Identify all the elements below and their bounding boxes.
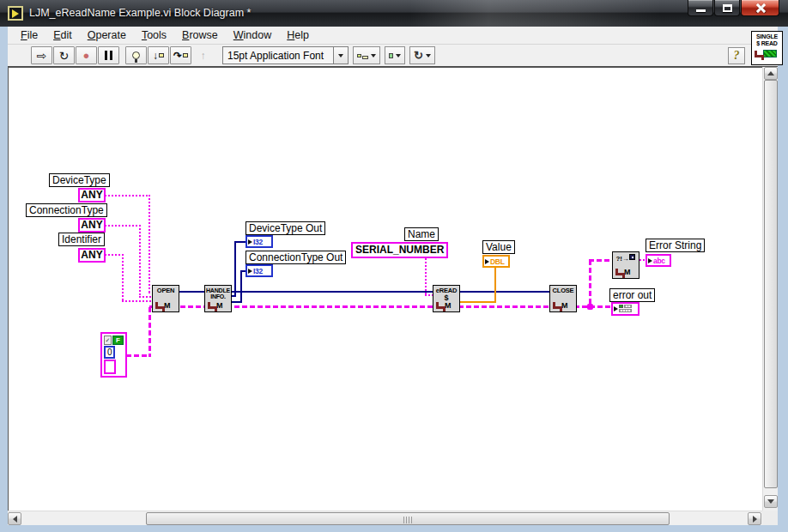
wire-identifier[interactable] bbox=[122, 254, 124, 302]
scroll-left-button[interactable] bbox=[8, 512, 21, 525]
menu-tools[interactable]: Tools bbox=[134, 27, 174, 44]
node-ljm-error-to-string[interactable]: ?!→ M bbox=[612, 251, 639, 279]
indicator-type: DBL bbox=[490, 257, 505, 266]
wire-error-in[interactable] bbox=[149, 307, 151, 357]
indicator-error-string[interactable]: abc bbox=[646, 254, 671, 267]
node-ljm-close[interactable]: CLOSE M bbox=[549, 285, 577, 312]
wire-devicetype-out[interactable] bbox=[234, 241, 236, 297]
scroll-up-button[interactable] bbox=[764, 67, 778, 80]
context-help-button[interactable]: ? bbox=[728, 47, 745, 64]
toolbar: ⇨ ↻ ● ↓ ↷ ↑ 15pt Application Font ↻ bbox=[8, 45, 778, 67]
indicator-type: I32 bbox=[253, 267, 263, 275]
minimize-button[interactable] bbox=[688, 0, 713, 16]
control-name[interactable]: SERIAL_NUMBER bbox=[351, 242, 448, 258]
arrow-left-icon bbox=[13, 516, 17, 523]
chevron-down-icon bbox=[396, 54, 401, 57]
menu-help[interactable]: Help bbox=[279, 27, 317, 44]
label-connectiontype[interactable]: ConnectionType bbox=[26, 203, 107, 217]
lj-logo-icon bbox=[436, 302, 443, 309]
control-devicetype[interactable]: ANY bbox=[78, 188, 106, 203]
indicator-error-out[interactable] bbox=[611, 302, 639, 316]
font-selector[interactable]: 15pt Application Font bbox=[222, 46, 334, 64]
indicator-arrow-icon bbox=[614, 306, 618, 311]
wire-devicetype-out[interactable] bbox=[234, 241, 246, 243]
vi-connector-icon[interactable]: SINGLE $ READ bbox=[751, 31, 783, 65]
step-out-button[interactable]: ↑ bbox=[192, 46, 214, 64]
wire-devicetype[interactable] bbox=[149, 195, 150, 293]
vertical-scroll-thumb[interactable] bbox=[764, 80, 778, 488]
wire-connectiontype-out[interactable] bbox=[240, 270, 242, 303]
pause-button[interactable] bbox=[98, 46, 119, 64]
label-identifier[interactable]: Identifier bbox=[58, 233, 105, 246]
source-string-constant[interactable] bbox=[104, 360, 116, 374]
wire-identifier[interactable] bbox=[105, 254, 124, 256]
menu-browse[interactable]: Browse bbox=[174, 27, 226, 44]
wire-error-branch[interactable] bbox=[589, 259, 613, 262]
wire-connectiontype[interactable] bbox=[105, 225, 141, 227]
indicator-value[interactable]: DBL bbox=[482, 255, 510, 268]
step-into-target bbox=[159, 53, 164, 57]
wire-name[interactable] bbox=[425, 258, 427, 295]
wire-value[interactable] bbox=[460, 301, 496, 303]
wire-devicetype[interactable] bbox=[105, 195, 150, 196]
horizontal-scroll-thumb[interactable] bbox=[146, 512, 670, 525]
control-connectiontype[interactable]: ANY bbox=[78, 218, 106, 233]
reorder-dropdown[interactable]: ↻ bbox=[409, 46, 435, 64]
status-check-icon: ✓ bbox=[104, 336, 112, 345]
wire-connectiontype[interactable] bbox=[139, 296, 153, 298]
node-ljm-handle-info[interactable]: HANDLE INFO. M bbox=[204, 285, 232, 312]
step-into-button[interactable]: ↓ bbox=[148, 46, 169, 64]
run-continuous-button[interactable]: ↻ bbox=[53, 46, 75, 64]
lib-letter: M bbox=[624, 269, 631, 275]
node-ljm-eread[interactable]: eREAD $ M bbox=[433, 285, 460, 312]
step-over-target bbox=[183, 53, 188, 57]
menu-edit[interactable]: Edit bbox=[45, 27, 80, 44]
wire-connectiontype[interactable] bbox=[139, 225, 141, 298]
close-button[interactable] bbox=[741, 0, 779, 16]
label-devicetype-out[interactable]: DeviceType Out bbox=[245, 221, 325, 235]
maximize-button[interactable] bbox=[714, 0, 740, 16]
scroll-down-button[interactable] bbox=[764, 495, 778, 508]
label-error-string[interactable]: Error String bbox=[646, 239, 705, 252]
menu-operate[interactable]: Operate bbox=[80, 27, 134, 44]
align-objects-dropdown[interactable] bbox=[353, 46, 380, 64]
menu-window[interactable]: Window bbox=[226, 27, 279, 44]
checkbox-icon bbox=[629, 254, 635, 260]
wire-handle[interactable] bbox=[232, 291, 433, 293]
menu-file[interactable]: File bbox=[13, 27, 45, 44]
run-button[interactable]: ⇨ bbox=[31, 46, 52, 64]
label-value[interactable]: Value bbox=[482, 240, 515, 254]
label-devicetype[interactable]: DeviceType bbox=[49, 173, 110, 187]
wire-junction[interactable] bbox=[587, 304, 593, 310]
control-identifier[interactable]: ANY bbox=[78, 248, 106, 263]
vi-app-icon[interactable] bbox=[8, 6, 23, 21]
distribute-objects-dropdown[interactable] bbox=[385, 46, 405, 64]
wire-value[interactable] bbox=[494, 266, 496, 303]
label-connectiontype-out[interactable]: ConnectionType Out bbox=[245, 251, 346, 264]
label-error-out[interactable]: error out bbox=[609, 288, 655, 302]
horizontal-scrollbar[interactable] bbox=[8, 511, 762, 525]
code-numeric-constant[interactable]: 0 bbox=[104, 346, 115, 359]
lj-logo-icon bbox=[208, 302, 215, 309]
align-icon bbox=[357, 54, 361, 57]
status-boolean-constant[interactable]: F bbox=[112, 336, 124, 345]
node-ljm-open[interactable]: OPEN M bbox=[152, 285, 179, 312]
step-over-button[interactable]: ↷ bbox=[170, 46, 191, 64]
wire-identifier[interactable] bbox=[122, 300, 153, 302]
highlight-execution-button[interactable] bbox=[125, 46, 147, 64]
font-selector-dropdown[interactable] bbox=[334, 46, 349, 64]
indicator-devicetype-out[interactable]: I32 bbox=[245, 235, 273, 248]
vertical-scrollbar[interactable] bbox=[762, 67, 778, 511]
scroll-right-button[interactable] bbox=[748, 512, 761, 525]
indicator-arrow-icon bbox=[485, 259, 489, 264]
wire-handle[interactable] bbox=[179, 291, 205, 293]
align-icon2 bbox=[362, 56, 368, 59]
wire-error-in[interactable] bbox=[126, 354, 151, 357]
abort-button[interactable]: ● bbox=[76, 46, 97, 64]
indicator-connectiontype-out[interactable]: I32 bbox=[245, 264, 273, 277]
wire-error-branch[interactable] bbox=[589, 260, 591, 307]
label-name[interactable]: Name bbox=[404, 227, 439, 241]
wire-handle[interactable] bbox=[460, 291, 550, 293]
menu-bar: File Edit Operate Tools Browse Window He… bbox=[8, 27, 778, 45]
error-cluster-constant[interactable]: ✓ F 0 bbox=[100, 332, 127, 378]
